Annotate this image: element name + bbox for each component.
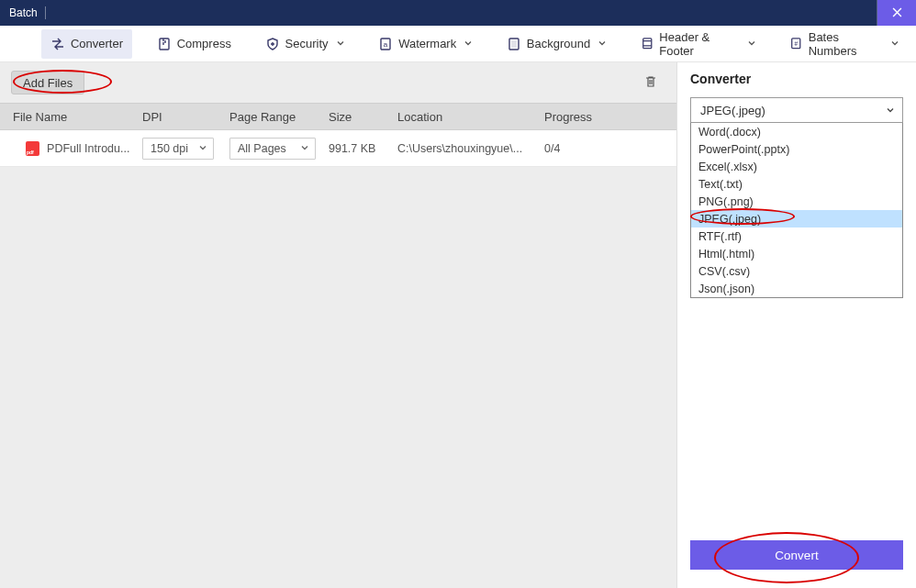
format-option[interactable]: Excel(.xlsx) bbox=[691, 158, 902, 175]
page-range-select[interactable]: All Pages bbox=[229, 138, 316, 160]
chevron-down-icon bbox=[336, 37, 345, 50]
format-options-list: Word(.docx)PowerPoint(.pptx)Excel(.xlsx)… bbox=[690, 123, 903, 298]
format-option[interactable]: JPEG(.jpeg) bbox=[691, 210, 902, 227]
toolbar-watermark[interactable]: a Watermark bbox=[369, 29, 482, 59]
add-files-button[interactable]: Add Files bbox=[11, 71, 84, 94]
svg-rect-0 bbox=[160, 39, 169, 50]
toolbar-label: Watermark bbox=[398, 37, 456, 50]
title-separator bbox=[45, 6, 46, 19]
format-option[interactable]: PNG(.png) bbox=[691, 193, 902, 210]
converter-panel: Converter JPEG(.jpeg) Word(.docx)PowerPo… bbox=[677, 62, 916, 588]
toolbar-bates-numbers[interactable]: # Bates Numbers bbox=[780, 29, 909, 59]
col-page-range: Page Range bbox=[229, 110, 329, 124]
window-title: Batch bbox=[9, 6, 38, 19]
title-bar: Batch bbox=[0, 0, 916, 26]
svg-rect-4 bbox=[511, 40, 517, 48]
trash-icon bbox=[643, 74, 658, 92]
toolbar: Converter Compress Security a Watermark … bbox=[0, 26, 916, 62]
svg-text:#: # bbox=[795, 40, 799, 47]
dpi-select[interactable]: 150 dpi bbox=[142, 138, 214, 160]
close-icon bbox=[892, 6, 902, 20]
col-dpi: DPI bbox=[142, 110, 229, 124]
bates-icon: # bbox=[789, 37, 803, 51]
pdf-file-icon bbox=[26, 141, 39, 156]
toolbar-label: Background bbox=[527, 37, 590, 50]
add-files-label: Add Files bbox=[23, 76, 73, 90]
toolbar-label: Compress bbox=[177, 37, 231, 50]
toolbar-converter[interactable]: Converter bbox=[41, 29, 132, 59]
format-option[interactable]: Json(.json) bbox=[691, 280, 902, 297]
watermark-icon: a bbox=[378, 37, 393, 51]
toolbar-header-footer[interactable]: Header & Footer bbox=[631, 29, 765, 59]
format-option[interactable]: Text(.txt) bbox=[691, 175, 902, 193]
format-option[interactable]: PowerPoint(.pptx) bbox=[691, 140, 902, 158]
security-icon bbox=[265, 37, 280, 51]
chevron-down-icon bbox=[886, 104, 895, 117]
chevron-down-icon bbox=[890, 37, 899, 50]
col-progress: Progress bbox=[544, 110, 676, 124]
format-option[interactable]: Word(.docx) bbox=[691, 123, 902, 140]
table-row[interactable]: PDFull Introdu... 150 dpi All Pages 991.… bbox=[0, 130, 676, 167]
converter-icon bbox=[50, 37, 65, 51]
toolbar-label: Converter bbox=[71, 37, 123, 50]
cell-size: 991.7 KB bbox=[329, 142, 397, 155]
format-select[interactable]: JPEG(.jpeg) bbox=[690, 97, 903, 123]
toolbar-label: Bates Numbers bbox=[809, 30, 883, 58]
cell-filename: PDFull Introdu... bbox=[47, 142, 142, 155]
converter-title: Converter bbox=[690, 72, 903, 86]
svg-text:a: a bbox=[384, 40, 388, 49]
delete-button[interactable] bbox=[642, 73, 660, 92]
toolbar-label: Security bbox=[285, 37, 329, 50]
toolbar-compress[interactable]: Compress bbox=[148, 29, 240, 59]
header-footer-icon bbox=[641, 37, 654, 51]
cell-progress: 0/4 bbox=[544, 142, 676, 155]
col-size: Size bbox=[329, 110, 397, 124]
table-header: File Name DPI Page Range Size Location P… bbox=[0, 103, 676, 130]
chevron-down-icon bbox=[198, 142, 207, 155]
window-controls bbox=[877, 0, 916, 26]
svg-rect-5 bbox=[643, 39, 652, 49]
toolbar-label: Header & Footer bbox=[659, 30, 739, 58]
dpi-value: 150 dpi bbox=[151, 142, 188, 155]
close-button[interactable] bbox=[877, 0, 916, 26]
format-option[interactable]: Html(.html) bbox=[691, 245, 902, 262]
page-range-value: All Pages bbox=[238, 142, 286, 155]
file-list-panel: Add Files File Name DPI Page Range Size … bbox=[0, 62, 677, 588]
chevron-down-icon bbox=[598, 37, 607, 50]
convert-button[interactable]: Convert bbox=[690, 540, 903, 570]
col-filename: File Name bbox=[0, 110, 142, 124]
compress-icon bbox=[157, 37, 172, 51]
convert-label: Convert bbox=[775, 549, 818, 562]
background-icon bbox=[507, 37, 521, 51]
chevron-down-icon bbox=[747, 37, 756, 50]
toolbar-background[interactable]: Background bbox=[497, 29, 616, 59]
chevron-down-icon bbox=[464, 37, 473, 50]
format-selected-value: JPEG(.jpeg) bbox=[700, 104, 765, 117]
toolbar-security[interactable]: Security bbox=[256, 29, 354, 59]
format-option[interactable]: RTF(.rtf) bbox=[691, 227, 902, 245]
cell-location: C:\Users\zhouxingyue\... bbox=[397, 142, 544, 155]
format-option[interactable]: CSV(.csv) bbox=[691, 262, 902, 280]
chevron-down-icon bbox=[300, 142, 309, 155]
col-location: Location bbox=[397, 110, 544, 124]
